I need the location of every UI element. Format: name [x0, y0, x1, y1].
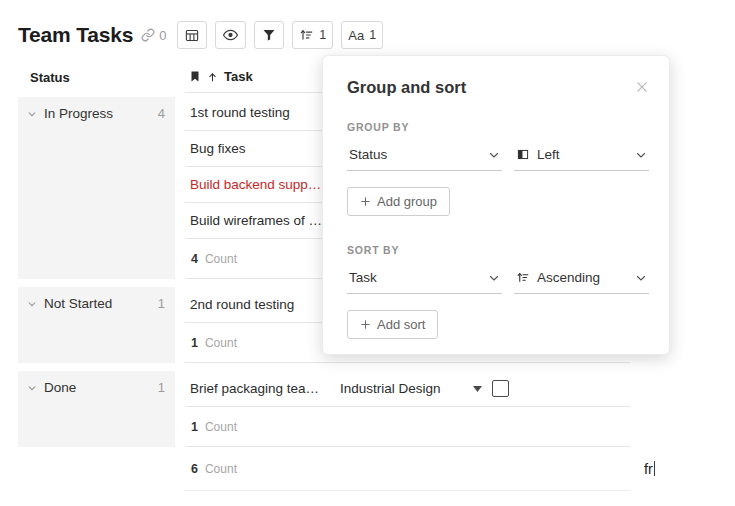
column-left-icon	[516, 148, 530, 161]
count-value: 1	[191, 336, 198, 350]
sort-field-select[interactable]: Task	[347, 264, 502, 294]
group-count: 1	[158, 380, 165, 395]
chevron-down-icon	[27, 299, 37, 309]
status-column: In Progress 4 Not Started 1 Done 1	[18, 97, 175, 455]
task-cell: Bug fixes	[190, 141, 246, 156]
eye-icon	[222, 27, 239, 43]
plus-icon	[360, 319, 371, 330]
typed-text: fr	[644, 461, 655, 477]
popup-header: Group and sort	[347, 78, 649, 97]
task-column-label: Task	[224, 69, 253, 84]
count-value: 4	[191, 252, 198, 266]
category-select[interactable]: Industrial Design	[340, 381, 482, 396]
total-value: 6	[191, 462, 198, 476]
plus-icon	[360, 196, 371, 207]
bookmark-icon	[189, 70, 201, 83]
group-header[interactable]: In Progress 4	[18, 97, 175, 121]
popup-title: Group and sort	[347, 78, 466, 97]
group-block-not-started: Not Started 1	[18, 287, 175, 363]
group-direction-select[interactable]: Left	[514, 141, 649, 171]
toolbar: Team Tasks 0 1 Aa 1	[18, 21, 383, 49]
group-by-label: GROUP BY	[347, 121, 649, 133]
group-block-done: Done 1	[18, 371, 175, 447]
sort-direction-value: Ascending	[537, 270, 600, 285]
caret-down-icon	[473, 386, 482, 392]
task-row[interactable]: Brief packaging tea… Industrial Design	[185, 371, 630, 407]
group-field-select[interactable]: Status	[347, 141, 502, 171]
filter-button[interactable]	[254, 21, 284, 49]
close-button[interactable]	[635, 80, 649, 97]
count-label: Count	[205, 252, 237, 266]
task-cell: Build backend supp…	[190, 177, 321, 192]
hide-fields-button[interactable]	[215, 21, 246, 49]
table-icon	[184, 28, 200, 43]
chevron-down-icon	[488, 149, 500, 161]
group-by-controls: Status Left	[347, 141, 649, 171]
chevron-down-icon	[635, 149, 647, 161]
checkbox[interactable]	[492, 380, 509, 397]
count-label: Count	[205, 336, 237, 350]
sort-by-controls: Task Ascending	[347, 264, 649, 294]
add-sort-label: Add sort	[377, 317, 425, 332]
count-label: Count	[205, 420, 237, 434]
task-cell: 2nd round testing	[190, 297, 294, 312]
task-cell: Build wireframes of …	[190, 213, 322, 228]
add-sort-button[interactable]: Add sort	[347, 310, 438, 339]
group-header[interactable]: Done 1	[18, 371, 175, 395]
status-column-header[interactable]: Status	[30, 70, 70, 85]
sort-field-value: Task	[349, 270, 377, 285]
link-count-badge[interactable]: 0	[141, 28, 166, 43]
sort-button[interactable]: 1	[292, 21, 333, 49]
add-group-button[interactable]: Add group	[347, 187, 450, 216]
task-cell: Brief packaging tea…	[190, 381, 340, 396]
group-count: 1	[158, 296, 165, 311]
group-field-value: Status	[349, 147, 387, 162]
ascending-arrow-icon	[207, 71, 218, 83]
total-count-footer: 6 Count	[185, 447, 630, 491]
team-tasks-app: Team Tasks 0 1 Aa 1 Status	[0, 0, 735, 506]
task-cell: 1st round testing	[190, 105, 290, 120]
group-count-footer: 1 Count	[185, 407, 630, 447]
group-name: Done	[44, 380, 76, 395]
group-gap	[185, 363, 630, 371]
filter-icon	[262, 28, 276, 42]
group-count: 4	[158, 106, 165, 121]
toolbar-buttons: 1 Aa 1	[177, 21, 383, 49]
sort-direction-select[interactable]: Ascending	[514, 264, 649, 294]
format-count: 1	[369, 28, 376, 42]
group-name: In Progress	[44, 106, 113, 121]
format-label: Aa	[348, 28, 364, 43]
group-block-in-progress: In Progress 4	[18, 97, 175, 279]
group-header[interactable]: Not Started 1	[18, 287, 175, 311]
page-title: Team Tasks	[18, 23, 133, 47]
task-column-header[interactable]: Task	[189, 69, 253, 84]
sort-ascending-icon	[516, 271, 530, 284]
group-name: Not Started	[44, 296, 112, 311]
sort-by-label: SORT BY	[347, 244, 649, 256]
chevron-down-icon	[27, 109, 37, 119]
format-button[interactable]: Aa 1	[341, 21, 383, 49]
add-group-label: Add group	[377, 194, 437, 209]
chevron-down-icon	[488, 272, 500, 284]
total-label: Count	[205, 462, 237, 476]
chevron-down-icon	[635, 272, 647, 284]
sort-count: 1	[319, 28, 326, 42]
chevron-down-icon	[27, 383, 37, 393]
count-value: 1	[191, 420, 198, 434]
category-value: Industrial Design	[340, 381, 441, 396]
sort-ascending-icon	[299, 28, 314, 42]
link-icon	[141, 28, 155, 42]
link-count: 0	[159, 28, 166, 43]
grid-view-button[interactable]	[177, 21, 207, 49]
group-and-sort-popup: Group and sort GROUP BY Status Left Add …	[322, 55, 670, 355]
close-icon	[635, 80, 649, 94]
group-direction-value: Left	[537, 147, 560, 162]
